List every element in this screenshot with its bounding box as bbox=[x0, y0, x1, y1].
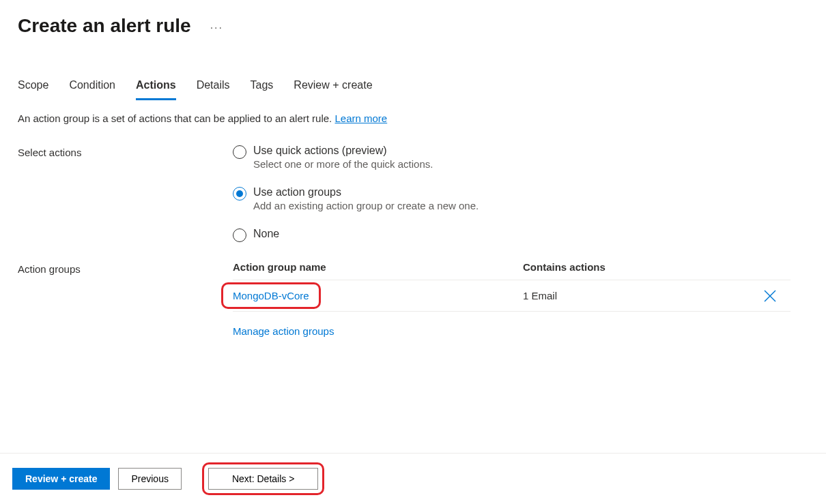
tab-review-create[interactable]: Review + create bbox=[294, 79, 372, 100]
highlight-annotation: Next: Details > bbox=[202, 462, 324, 495]
radio-action-groups[interactable] bbox=[233, 187, 246, 201]
action-groups-label: Action groups bbox=[18, 261, 233, 337]
action-group-name-link[interactable]: MongoDB-vCore bbox=[221, 282, 321, 309]
more-actions-button[interactable]: ··· bbox=[210, 18, 223, 34]
review-create-button[interactable]: Review + create bbox=[12, 468, 110, 490]
next-details-button[interactable]: Next: Details > bbox=[208, 468, 318, 490]
radio-action-groups-sub: Add an existing action group or create a… bbox=[253, 200, 479, 211]
learn-more-link[interactable]: Learn more bbox=[334, 113, 387, 124]
radio-none-label: None bbox=[253, 228, 279, 240]
manage-action-groups-link[interactable]: Manage action groups bbox=[233, 325, 334, 337]
col-header-contains: Contains actions bbox=[523, 261, 763, 273]
tab-condition[interactable]: Condition bbox=[69, 79, 115, 100]
radio-quick-actions-sub: Select one or more of the quick actions. bbox=[253, 158, 433, 170]
tab-tags[interactable]: Tags bbox=[251, 79, 274, 100]
wizard-tabs: Scope Condition Actions Details Tags Rev… bbox=[0, 37, 826, 100]
tab-actions[interactable]: Actions bbox=[136, 79, 176, 100]
radio-quick-actions[interactable] bbox=[233, 145, 246, 159]
radio-quick-actions-label: Use quick actions (preview) bbox=[253, 145, 433, 157]
description-body: An action group is a set of actions that… bbox=[18, 113, 334, 124]
select-actions-label: Select actions bbox=[18, 145, 233, 242]
remove-row-icon[interactable] bbox=[763, 289, 791, 303]
action-group-contains: 1 Email bbox=[523, 290, 763, 301]
footer-bar: Review + create Previous Next: Details > bbox=[0, 453, 826, 504]
tab-details[interactable]: Details bbox=[197, 79, 230, 100]
description-text: An action group is a set of actions that… bbox=[18, 113, 808, 124]
action-groups-header: Action group name Contains actions bbox=[233, 261, 791, 280]
previous-button[interactable]: Previous bbox=[118, 468, 181, 490]
tab-scope[interactable]: Scope bbox=[18, 79, 48, 100]
table-row: MongoDB-vCore 1 Email bbox=[233, 280, 791, 312]
col-header-name: Action group name bbox=[233, 261, 523, 273]
page-title: Create an alert rule bbox=[18, 15, 191, 37]
radio-action-groups-label: Use action groups bbox=[253, 186, 479, 198]
radio-none[interactable] bbox=[233, 228, 246, 242]
